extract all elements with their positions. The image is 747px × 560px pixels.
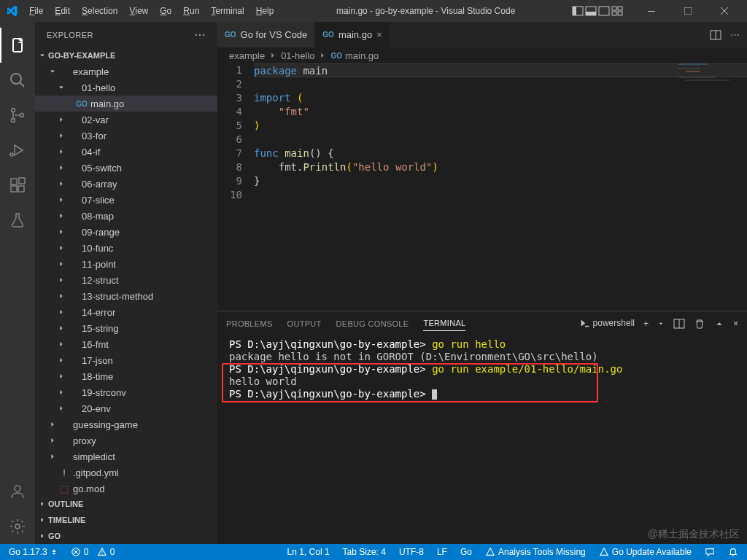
menu-file[interactable]: File xyxy=(23,6,49,16)
tree-item[interactable]: ⬚go.mod xyxy=(35,481,217,496)
code-area[interactable]: package main import ( "fmt" ) func main(… xyxy=(254,63,747,311)
panel-tab-output[interactable]: OUTPUT xyxy=(287,316,322,331)
close-button[interactable] xyxy=(708,0,741,22)
terminal-content[interactable]: PS D:\ayj\qingxun\go-by-example> go run … xyxy=(217,335,747,544)
outline-section[interactable]: OUTLINE xyxy=(35,496,217,512)
minimap[interactable] xyxy=(678,63,737,311)
tree-item[interactable]: 10-func xyxy=(35,240,217,256)
menu-edit[interactable]: Edit xyxy=(49,6,76,16)
status-lang[interactable]: Go xyxy=(457,547,475,557)
maximize-button[interactable] xyxy=(671,0,705,22)
tab-go-for-vscode[interactable]: GO Go for VS Code xyxy=(217,22,315,47)
status-go-version[interactable]: Go 1.17.3 xyxy=(6,547,61,557)
svg-rect-8 xyxy=(618,12,622,15)
tree-item[interactable]: 17-json xyxy=(35,352,217,368)
menu-terminal[interactable]: Terminal xyxy=(205,6,249,16)
explorer-more-icon[interactable]: ⋯ xyxy=(194,28,206,42)
search-icon[interactable] xyxy=(0,63,35,98)
tree-item[interactable]: 09-range xyxy=(35,224,217,240)
maximize-panel-icon[interactable] xyxy=(714,319,724,329)
layout-grid-icon[interactable] xyxy=(611,5,623,17)
go-section[interactable]: GO xyxy=(35,528,217,544)
source-control-icon[interactable] xyxy=(0,98,35,133)
menu-view[interactable]: View xyxy=(123,6,154,16)
svg-point-13 xyxy=(12,119,15,122)
tree-item[interactable]: !.gitpod.yml xyxy=(35,464,217,481)
settings-icon[interactable] xyxy=(0,509,35,544)
svg-point-21 xyxy=(15,524,20,529)
new-terminal-icon[interactable]: + xyxy=(643,319,649,329)
tree-item[interactable]: 11-point xyxy=(35,256,217,272)
tree-item[interactable]: 14-error xyxy=(35,304,217,320)
breadcrumb-item[interactable]: 01-hello xyxy=(281,50,314,61)
tree-item[interactable]: 19-strconv xyxy=(35,384,217,400)
svg-rect-17 xyxy=(11,186,17,192)
tree-item[interactable]: 16-fmt xyxy=(35,336,217,352)
panel-tab-problems[interactable]: PROBLEMS xyxy=(226,316,273,331)
tree-item[interactable]: 15-string xyxy=(35,320,217,336)
status-analysis[interactable]: Analysis Tools Missing xyxy=(482,547,589,557)
svg-rect-16 xyxy=(11,179,17,184)
close-tab-icon[interactable]: × xyxy=(376,29,382,40)
terminal-dropdown-icon[interactable] xyxy=(657,320,665,327)
panel-tab-terminal[interactable]: TERMINAL xyxy=(423,316,465,331)
tree-item[interactable]: guessing-game xyxy=(35,416,217,432)
debug-icon[interactable] xyxy=(0,133,35,168)
svg-rect-10 xyxy=(684,7,692,15)
layout-bottom-icon[interactable] xyxy=(585,5,597,17)
tree-item[interactable]: 04-if xyxy=(35,144,217,160)
tree-item[interactable]: 20-env xyxy=(35,400,217,416)
close-panel-icon[interactable]: × xyxy=(733,319,738,329)
explorer-icon[interactable] xyxy=(0,28,35,63)
svg-point-15 xyxy=(10,153,13,156)
chevron-right-icon xyxy=(268,50,278,61)
status-bell-icon[interactable] xyxy=(725,547,741,557)
tab-more-icon[interactable]: ⋯ xyxy=(730,29,740,40)
status-update[interactable]: Go Update Available xyxy=(596,547,694,557)
tree-item[interactable]: 18-time xyxy=(35,368,217,384)
menu-go[interactable]: Go xyxy=(154,6,177,16)
extensions-icon[interactable] xyxy=(0,168,35,203)
menu-run[interactable]: Run xyxy=(177,6,205,16)
layout-right-icon[interactable] xyxy=(598,5,610,17)
testing-icon[interactable] xyxy=(0,203,35,238)
account-icon[interactable] xyxy=(0,474,35,509)
split-editor-icon[interactable] xyxy=(710,29,721,41)
project-section[interactable]: GO-BY-EXAMPLE xyxy=(35,47,217,63)
tree-item[interactable]: GOmain.go xyxy=(35,96,217,112)
panel: PROBLEMS OUTPUT DEBUG CONSOLE TERMINAL p… xyxy=(217,311,747,544)
tree-item[interactable]: 05-switch xyxy=(35,160,217,176)
tree-item[interactable]: 02-var xyxy=(35,112,217,128)
timeline-section[interactable]: TIMELINE xyxy=(35,512,217,528)
status-eol[interactable]: LF xyxy=(434,547,450,557)
breadcrumb-item[interactable]: example xyxy=(229,50,265,61)
layout-left-icon[interactable] xyxy=(572,5,584,17)
status-cursor[interactable]: Ln 1, Col 1 xyxy=(285,547,333,557)
tree-item[interactable]: 01-hello xyxy=(35,79,217,96)
breadcrumb[interactable]: example 01-hello GO main.go xyxy=(217,47,747,63)
tree-item[interactable]: 13-struct-method xyxy=(35,288,217,304)
tree-item[interactable]: proxy xyxy=(35,432,217,448)
tree-item[interactable]: simpledict xyxy=(35,448,217,464)
menu-help[interactable]: Help xyxy=(250,6,280,16)
status-tabsize[interactable]: Tab Size: 4 xyxy=(340,547,389,557)
panel-tab-debug[interactable]: DEBUG CONSOLE xyxy=(336,316,409,331)
tree-item[interactable]: 08-map xyxy=(35,208,217,224)
svg-point-14 xyxy=(20,114,24,117)
status-errors[interactable]: 0 0 xyxy=(68,547,118,557)
split-terminal-icon[interactable] xyxy=(673,318,685,330)
status-feedback-icon[interactable] xyxy=(702,547,718,557)
tree-item[interactable]: 06-array xyxy=(35,176,217,192)
status-encoding[interactable]: UTF-8 xyxy=(396,547,427,557)
minimize-button[interactable] xyxy=(635,0,668,22)
kill-terminal-icon[interactable] xyxy=(694,318,705,330)
tree-item[interactable]: 12-struct xyxy=(35,272,217,288)
editor-content[interactable]: 12345678910 package main import ( "fmt" … xyxy=(217,63,747,311)
tree-item[interactable]: 03-for xyxy=(35,128,217,144)
shell-selector[interactable]: powershell xyxy=(580,318,635,329)
tree-item[interactable]: example xyxy=(35,63,217,79)
menu-selection[interactable]: Selection xyxy=(76,6,123,16)
tab-main-go[interactable]: GO main.go × xyxy=(315,22,390,47)
tree-item[interactable]: 07-slice xyxy=(35,192,217,208)
breadcrumb-item[interactable]: main.go xyxy=(345,50,379,61)
